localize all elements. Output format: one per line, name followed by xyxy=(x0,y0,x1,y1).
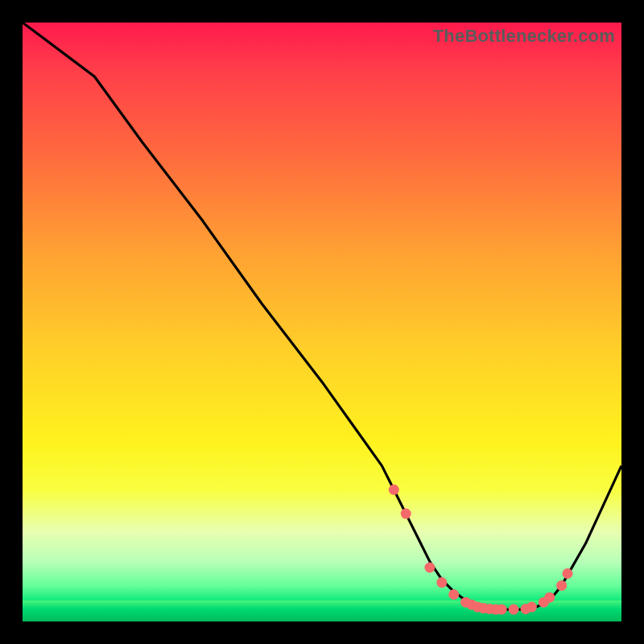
curve-marker xyxy=(401,509,411,519)
watermark-text: TheBottlenecker.com xyxy=(433,26,615,47)
curve-marker xyxy=(563,568,573,579)
chart-frame: TheBottlenecker.com xyxy=(23,23,621,621)
curve-marker xyxy=(448,589,459,600)
curve-marker xyxy=(436,577,447,588)
curve-layer xyxy=(23,23,621,621)
curve-markers xyxy=(389,485,573,615)
curve-marker xyxy=(556,580,567,591)
curve-marker xyxy=(544,592,555,603)
curve-marker xyxy=(509,605,519,615)
curve-marker xyxy=(389,485,399,495)
curve-marker xyxy=(497,605,507,615)
curve-marker xyxy=(526,602,537,613)
curve-marker xyxy=(424,563,435,573)
plot-area: TheBottlenecker.com xyxy=(23,23,621,621)
bottleneck-curve xyxy=(23,23,621,609)
